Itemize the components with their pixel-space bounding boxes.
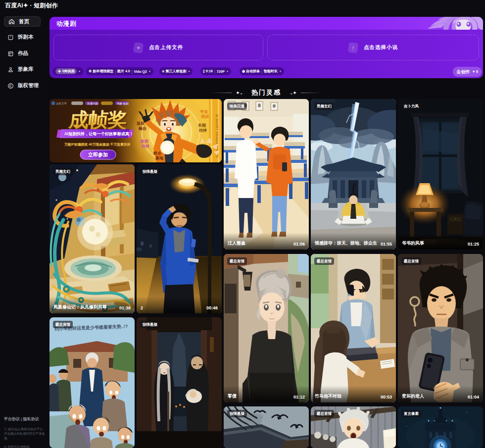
svg-text:扶持: 扶持 [141,144,149,149]
svg-text:扶持: 扶持 [198,128,207,133]
svg-text:版权: 版权 [136,121,145,126]
svg-text:校企: 校企 [153,151,162,155]
svg-text:众旺文学: 众旺文学 [55,102,67,105]
svg-text:AI短剧扶持，让每一个好故事都成真！: AI短剧扶持，让每一个好故事都成真！ [64,132,133,136]
svg-text:立即参加: 立即参加 [88,152,108,157]
svg-text:融合: 融合 [139,126,147,131]
svg-text:成帧奖: 成帧奖 [67,109,128,131]
svg-text:基地: 基地 [155,156,163,160]
svg-text:万能IP改编授权 40万现金激励 千万流量扶持: 万能IP改编授权 40万现金激励 千万流量扶持 [64,143,131,147]
svg-text:政府: 政府 [140,139,148,144]
svg-text:鸿蒙·短剧: 鸿蒙·短剧 [116,102,129,105]
svg-text:百度Ai剧: 百度Ai剧 [87,102,98,105]
svg-text:培训: 培训 [200,114,209,119]
svg-text:专业: 专业 [199,109,208,114]
svg-text:长期: 长期 [198,123,206,128]
